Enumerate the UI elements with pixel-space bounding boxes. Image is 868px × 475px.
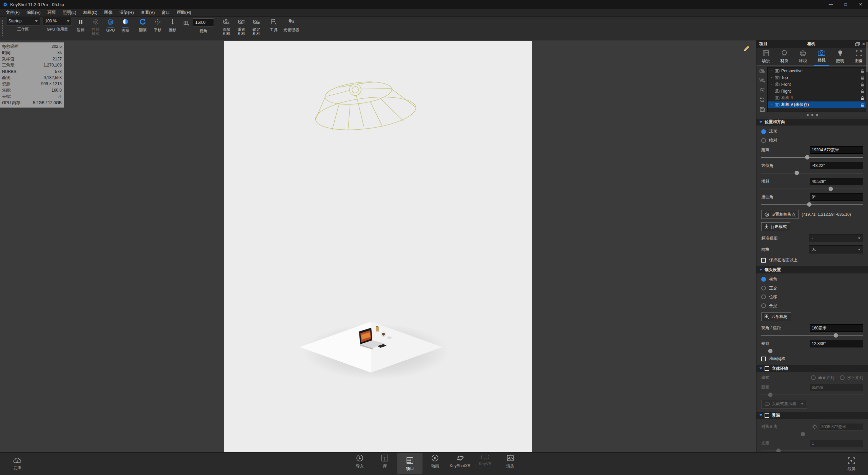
import-button[interactable]: 导入 [347,453,372,474]
duplicate-camera-icon[interactable] [760,78,765,83]
tab-scene[interactable]: 场景 [756,50,775,65]
stereo-checkbox[interactable] [765,366,769,371]
azimuth-input[interactable]: -48.22° [810,162,863,169]
camera-row-camera-6[interactable]: 相机 6 [768,95,866,101]
tab-environment[interactable]: 环境 [794,50,812,65]
pause-button[interactable]: 暂停 [73,17,88,33]
tumble-tool-button[interactable]: 翻滚 [135,17,150,33]
ground-grid-checkbox[interactable]: 地面网格 [756,356,868,362]
detach-panel-icon[interactable] [855,42,860,46]
tools-button[interactable]: 工具 [266,17,281,33]
focal-length-slider[interactable] [761,333,863,337]
twist-slider[interactable] [761,202,863,206]
light-manager-button[interactable]: 光管理器 [281,17,301,33]
menu-render[interactable]: 渲染(R) [116,9,137,16]
close-panel-icon[interactable]: ✕ [862,42,865,46]
section-dof[interactable]: 景深 [756,412,868,419]
tab-camera[interactable]: 相机 [812,50,831,65]
menu-image[interactable]: 图像 [101,9,116,16]
menu-lighting[interactable]: 照明(L) [60,9,79,16]
keep-above-ground-checkbox[interactable]: 保持在地面以上 [756,257,868,263]
field-of-view-input[interactable]: 12.838° [810,340,863,347]
animation-button[interactable]: 动画 [422,453,448,474]
radio-orthographic[interactable]: 正交 [756,285,868,291]
fov-input[interactable]: 160.0 [193,18,214,26]
reset-camera-button[interactable]: 重置 相机 [234,17,249,36]
tab-material[interactable]: 材质 [775,50,794,65]
aperture-slider[interactable] [761,449,863,452]
radio-shift[interactable]: 位移 [756,294,868,300]
menu-environment[interactable]: 环境 [44,9,59,16]
distance-slider[interactable] [761,155,863,159]
azimuth-slider[interactable] [761,171,863,174]
twist-input[interactable]: 0° [810,193,863,201]
menu-help[interactable]: 帮助(H) [174,9,194,16]
realtime-viewport[interactable]: 每秒采样:202.5 时间:8s 采样值:2127 三角形:1,270,109 … [0,40,756,452]
field-of-view-slider[interactable] [761,349,863,353]
section-position[interactable]: 位置和方向 [756,119,868,126]
unlock-icon[interactable] [861,89,864,93]
focal-length-input[interactable]: 160毫米 [810,324,863,332]
gpu-toggle-button[interactable]: G GPU [103,17,118,32]
radio-panoramic[interactable]: 全景 [756,303,868,309]
dolly-tool-button[interactable]: 推移 [165,17,180,33]
match-perspective-button[interactable]: 匹配视角 [761,312,791,321]
radio-horizontal-sbs[interactable]: 水平并列 [840,375,863,381]
crosshair-icon[interactable] [812,424,817,429]
unlock-icon[interactable] [861,76,864,80]
camera-row-camera-9[interactable]: 相机 9 (未保存) [768,101,866,108]
menu-view[interactable]: 查看(V) [138,9,158,16]
maximize-button[interactable]: □ [838,0,853,9]
render-button[interactable]: 渲染 [498,453,523,474]
eye-distance-input[interactable]: 65mm [810,384,863,391]
camera-row-perspective[interactable]: Perspective [768,68,866,74]
camera-row-front[interactable]: Front [768,81,866,88]
screenshot-button[interactable]: 截屏 [839,456,864,472]
camera-row-right[interactable]: Right [768,88,866,95]
section-lens[interactable]: 镜头设置 [756,266,868,273]
hmd-select[interactable]: 头戴式显示器 [761,400,807,408]
splitter-handle[interactable] [756,112,868,117]
eye-distance-slider[interactable] [761,393,863,396]
camera-row-top[interactable]: Top [768,74,866,81]
incline-slider[interactable] [761,187,863,190]
project-button[interactable]: 项目 [397,453,422,474]
render-canvas[interactable] [224,41,532,452]
menu-window[interactable]: 窗口 [158,9,173,16]
standard-view-select[interactable]: - [809,234,863,242]
tab-lighting[interactable]: 照明 [831,50,849,65]
aperture-input[interactable]: 1 [810,440,863,447]
pan-tool-button[interactable]: 平移 [150,17,165,33]
minimize-button[interactable]: — [823,0,838,9]
cloud-library-button[interactable]: 云库 [5,457,30,471]
incline-input[interactable]: 40.529° [810,178,863,185]
unlock-icon[interactable] [861,82,864,87]
tab-image[interactable]: 图像 [849,50,868,65]
radio-vertical-sbs[interactable]: 垂直并列 [811,375,834,381]
radio-spherical[interactable]: 球形 [756,129,868,134]
close-button[interactable]: ✕ [853,0,868,9]
section-stereo[interactable]: 立体环绕 [756,365,868,372]
menu-file[interactable]: 文件(F) [3,9,23,16]
focus-distance-slider[interactable] [761,432,863,436]
lock-icon[interactable] [861,96,864,100]
toolbar-grip[interactable] [2,19,3,36]
gpu-usage-select[interactable]: 100 % GPU 使用量 [43,17,72,32]
radio-perspective-lens[interactable]: 视角 [756,277,868,282]
dof-checkbox[interactable] [765,413,769,418]
keyvr-button[interactable]: KeyVR [473,453,498,474]
denoise-toggle-button[interactable]: 去噪 [118,17,133,33]
menu-edit[interactable]: 编辑(E) [23,9,44,16]
unlock-icon[interactable] [861,69,864,73]
radio-absolute[interactable]: 绝对 [756,137,868,143]
add-camera-icon[interactable] [760,69,765,73]
lock-camera-button[interactable]: 锁定 相机 [249,17,264,36]
save-icon[interactable] [760,107,765,112]
performance-mode-button[interactable]: 性能 模式 [88,17,103,36]
delete-trash-icon[interactable] [760,87,765,93]
hotkeys-pencil-icon[interactable] [743,44,751,53]
focus-distance-input[interactable]: 3005.577毫米 [819,423,863,431]
grid-select[interactable]: 无 [809,245,863,253]
set-camera-focus-button[interactable]: 设置相机焦点 [761,210,799,219]
menu-camera[interactable]: 相机(C) [80,9,100,16]
